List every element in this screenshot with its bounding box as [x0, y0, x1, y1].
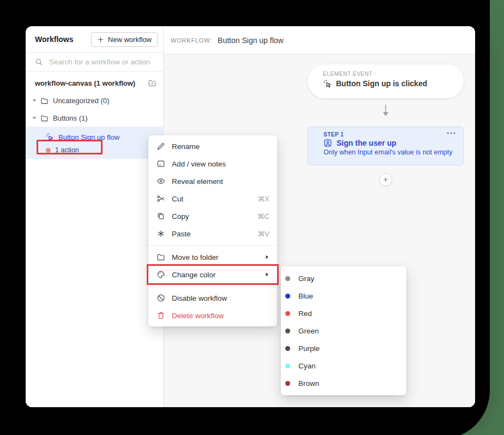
folder-label: Buttons (1): [53, 114, 88, 122]
palette-icon: [157, 270, 165, 279]
eye-icon: [157, 177, 165, 186]
asterisk-icon: [157, 229, 165, 238]
plus-icon: [382, 176, 389, 183]
copy-icon: [157, 212, 165, 221]
scissors-icon: [157, 194, 165, 203]
slash-circle-icon: [157, 294, 165, 302]
workflow-header: WORKFLOW: Button Sign up flow: [164, 26, 475, 55]
search-input[interactable]: [48, 57, 157, 67]
workflow-color-dot: [46, 148, 51, 153]
color-option-gray[interactable]: Gray: [281, 270, 406, 287]
color-option-cyan[interactable]: Cyan: [281, 357, 406, 374]
color-option-brown[interactable]: Brown: [281, 374, 406, 392]
trash-icon: [157, 311, 165, 320]
plus-icon: [97, 36, 104, 43]
cursor-click-icon: [45, 133, 54, 141]
menu-item-add-view-notes[interactable]: Add / view notes: [148, 155, 277, 172]
element-event-card[interactable]: ELEMENT EVENT Button Sign up is clicked: [308, 64, 464, 98]
workflow-eyebrow: WORKFLOW:: [171, 37, 212, 44]
menu-item-delete-workflow[interactable]: Delete workflow: [148, 307, 277, 324]
menu-item-cut[interactable]: Cut ⌘X: [148, 190, 277, 207]
shortcut-label: ⌘V: [257, 230, 269, 238]
chevron-right-icon: [265, 272, 269, 277]
color-dot: [285, 364, 290, 368]
app-window: Workflows New workflow workflow-canvas (…: [26, 26, 475, 407]
step-card[interactable]: STEP 1 Sign the user up Only when Input …: [308, 127, 464, 165]
pencil-icon: [157, 142, 165, 151]
add-step-button[interactable]: [379, 173, 392, 186]
menu-item-copy[interactable]: Copy ⌘C: [148, 207, 277, 225]
shortcut-label: ⌘C: [257, 212, 269, 221]
step-condition: Only when Input email's value is not emp…: [323, 148, 455, 156]
menu-item-move-to-folder[interactable]: Move to folder: [148, 248, 277, 266]
caret-down-icon[interactable]: [32, 98, 37, 103]
sidebar: Workflows New workflow workflow-canvas (…: [26, 26, 164, 407]
folder-icon: [40, 97, 49, 105]
color-dot: [285, 329, 290, 333]
shortcut-label: ⌘X: [257, 195, 269, 203]
color-option-green[interactable]: Green: [281, 322, 406, 339]
menu-item-rename[interactable]: Rename: [148, 138, 277, 155]
folder-label: Uncategorized (0): [53, 97, 109, 105]
menu-divider: [148, 286, 277, 287]
sidebar-header: Workflows New workflow: [26, 26, 163, 53]
folder-row-buttons[interactable]: Buttons (1): [26, 109, 163, 127]
workflow-item-title[interactable]: Button Sign up flow: [45, 131, 119, 143]
new-folder-icon[interactable]: [148, 79, 157, 87]
cursor-click-icon: [323, 79, 332, 88]
color-dot: [285, 381, 290, 386]
search-icon: [35, 58, 43, 66]
workflow-item-label: Button Sign up flow: [58, 133, 119, 141]
step-eyebrow: STEP 1: [323, 132, 455, 138]
panel-title: Workflows: [35, 35, 91, 44]
caret-down-icon[interactable]: [32, 115, 37, 121]
step-options-button[interactable]: ···: [447, 128, 457, 138]
workflow-search: [26, 53, 163, 71]
action-count-label: 1 action: [55, 146, 79, 154]
arrow-down-icon: [381, 104, 390, 118]
new-workflow-button[interactable]: New workflow: [91, 32, 158, 47]
event-title: Button Sign up is clicked: [336, 79, 427, 88]
color-submenu: Gray Blue Red Green Purple Cyan Brown: [281, 266, 406, 395]
note-icon: [157, 159, 165, 168]
event-eyebrow: ELEMENT EVENT: [323, 71, 464, 77]
folder-row-uncategorized[interactable]: Uncategorized (0): [26, 92, 163, 109]
folder-icon: [40, 114, 49, 122]
step-title: Sign the user up: [337, 139, 397, 147]
color-dot: [285, 294, 290, 299]
workflow-title: Button Sign up flow: [218, 36, 284, 45]
menu-item-reveal-element[interactable]: Reveal element: [148, 172, 277, 190]
menu-divider: [148, 245, 277, 246]
user-square-icon: [323, 139, 332, 147]
menu-item-paste[interactable]: Paste ⌘V: [148, 225, 277, 242]
selected-workflow-item[interactable]: Button Sign up flow 1 action: [26, 127, 164, 159]
color-dot: [285, 346, 290, 351]
color-option-red[interactable]: Red: [281, 305, 406, 322]
workflow-item-meta: 1 action: [46, 144, 79, 156]
workflow-canvas-row[interactable]: workflow-canvas (1 workflow): [26, 74, 163, 92]
chevron-right-icon: [265, 254, 269, 260]
color-dot: [285, 311, 290, 316]
menu-item-change-color[interactable]: Change color: [148, 266, 277, 283]
color-dot: [285, 276, 290, 281]
color-option-blue[interactable]: Blue: [281, 287, 406, 305]
folder-icon: [157, 253, 165, 261]
context-menu: Rename Add / view notes Reveal element C…: [148, 135, 277, 326]
menu-item-disable-workflow[interactable]: Disable workflow: [148, 289, 277, 307]
color-option-purple[interactable]: Purple: [281, 339, 406, 357]
new-workflow-label: New workflow: [108, 35, 152, 44]
workflow-canvas-label: workflow-canvas (1 workflow): [35, 79, 148, 87]
